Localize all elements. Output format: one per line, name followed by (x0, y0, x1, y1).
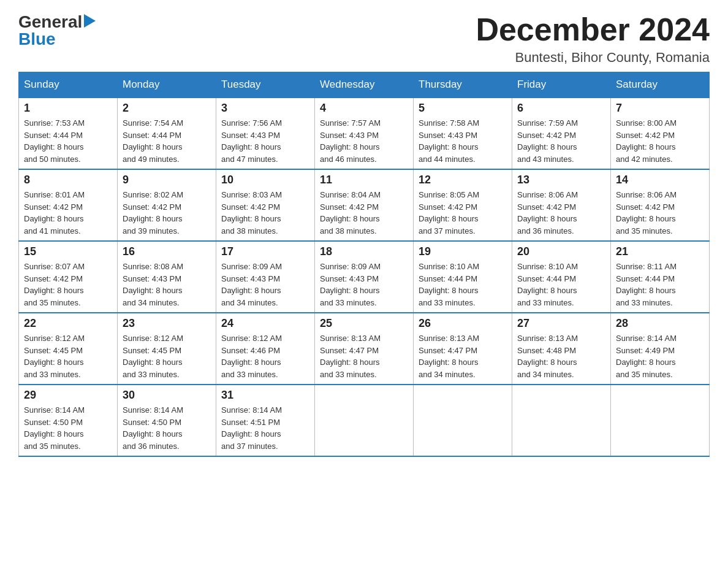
day-number: 31 (221, 389, 309, 402)
calendar-cell: 12Sunrise: 8:05 AMSunset: 4:42 PMDayligh… (414, 169, 512, 241)
calendar-week-row: 22Sunrise: 8:12 AMSunset: 4:45 PMDayligh… (19, 313, 710, 385)
calendar-cell: 16Sunrise: 8:08 AMSunset: 4:43 PMDayligh… (118, 241, 216, 313)
calendar-header-friday: Friday (512, 72, 611, 98)
calendar-cell: 3Sunrise: 7:56 AMSunset: 4:43 PMDaylight… (216, 98, 315, 169)
calendar-week-row: 8Sunrise: 8:01 AMSunset: 4:42 PMDaylight… (19, 169, 710, 241)
logo-blue-text: Blue (18, 29, 96, 49)
day-number: 9 (123, 174, 211, 186)
day-number: 10 (221, 174, 309, 186)
calendar-cell: 4Sunrise: 7:57 AMSunset: 4:43 PMDaylight… (315, 98, 414, 169)
calendar-cell: 9Sunrise: 8:02 AMSunset: 4:42 PMDaylight… (118, 169, 216, 241)
calendar-cell: 1Sunrise: 7:53 AMSunset: 4:44 PMDaylight… (19, 98, 118, 169)
day-info: Sunrise: 8:14 AMSunset: 4:51 PMDaylight:… (221, 404, 309, 452)
day-info: Sunrise: 8:03 AMSunset: 4:42 PMDaylight:… (221, 189, 309, 237)
calendar-cell: 11Sunrise: 8:04 AMSunset: 4:42 PMDayligh… (315, 169, 414, 241)
calendar-cell: 27Sunrise: 8:13 AMSunset: 4:48 PMDayligh… (512, 313, 611, 385)
day-number: 27 (517, 317, 605, 330)
calendar-cell (414, 385, 512, 456)
day-info: Sunrise: 8:09 AMSunset: 4:43 PMDaylight:… (320, 261, 408, 308)
calendar-cell: 8Sunrise: 8:01 AMSunset: 4:42 PMDaylight… (19, 169, 118, 241)
day-info: Sunrise: 8:07 AMSunset: 4:42 PMDaylight:… (24, 261, 112, 308)
day-info: Sunrise: 8:13 AMSunset: 4:48 PMDaylight:… (517, 332, 605, 380)
day-info: Sunrise: 8:10 AMSunset: 4:44 PMDaylight:… (517, 261, 605, 308)
day-number: 13 (517, 174, 605, 186)
day-number: 3 (221, 102, 309, 115)
day-number: 20 (517, 245, 605, 258)
calendar-header-wednesday: Wednesday (315, 72, 414, 98)
calendar-cell: 19Sunrise: 8:10 AMSunset: 4:44 PMDayligh… (414, 241, 512, 313)
day-number: 7 (616, 102, 704, 115)
day-info: Sunrise: 8:01 AMSunset: 4:42 PMDaylight:… (24, 189, 112, 237)
calendar-cell: 31Sunrise: 8:14 AMSunset: 4:51 PMDayligh… (216, 385, 315, 456)
day-number: 4 (320, 102, 408, 115)
day-number: 15 (24, 245, 112, 258)
logo-triangle-icon (84, 14, 96, 28)
day-info: Sunrise: 8:12 AMSunset: 4:45 PMDaylight:… (123, 332, 211, 380)
calendar-cell (611, 385, 710, 456)
day-info: Sunrise: 8:14 AMSunset: 4:49 PMDaylight:… (616, 332, 704, 380)
calendar-cell: 29Sunrise: 8:14 AMSunset: 4:50 PMDayligh… (19, 385, 118, 456)
day-number: 18 (320, 245, 408, 258)
calendar-header-sunday: Sunday (19, 72, 118, 98)
day-info: Sunrise: 8:14 AMSunset: 4:50 PMDaylight:… (123, 404, 211, 452)
calendar-cell: 13Sunrise: 8:06 AMSunset: 4:42 PMDayligh… (512, 169, 611, 241)
day-number: 19 (419, 245, 507, 258)
day-number: 17 (221, 245, 309, 258)
calendar-header-row: SundayMondayTuesdayWednesdayThursdayFrid… (19, 72, 710, 98)
calendar-cell: 14Sunrise: 8:06 AMSunset: 4:42 PMDayligh… (611, 169, 710, 241)
calendar-cell: 24Sunrise: 8:12 AMSunset: 4:46 PMDayligh… (216, 313, 315, 385)
day-info: Sunrise: 7:57 AMSunset: 4:43 PMDaylight:… (320, 117, 408, 165)
day-info: Sunrise: 8:12 AMSunset: 4:46 PMDaylight:… (221, 332, 309, 380)
day-number: 29 (24, 389, 112, 402)
day-number: 1 (24, 102, 112, 115)
calendar-cell: 22Sunrise: 8:12 AMSunset: 4:45 PMDayligh… (19, 313, 118, 385)
day-info: Sunrise: 8:12 AMSunset: 4:45 PMDaylight:… (24, 332, 112, 380)
calendar-week-row: 1Sunrise: 7:53 AMSunset: 4:44 PMDaylight… (19, 98, 710, 169)
calendar-cell: 5Sunrise: 7:58 AMSunset: 4:43 PMDaylight… (414, 98, 512, 169)
day-number: 24 (221, 317, 309, 330)
day-info: Sunrise: 7:58 AMSunset: 4:43 PMDaylight:… (419, 117, 507, 165)
day-number: 14 (616, 174, 704, 186)
day-info: Sunrise: 8:14 AMSunset: 4:50 PMDaylight:… (24, 404, 112, 452)
day-info: Sunrise: 8:13 AMSunset: 4:47 PMDaylight:… (320, 332, 408, 380)
day-number: 22 (24, 317, 112, 330)
title-section: December 2024 Buntesti, Bihor County, Ro… (476, 12, 710, 66)
day-info: Sunrise: 8:08 AMSunset: 4:43 PMDaylight:… (123, 261, 211, 308)
day-info: Sunrise: 8:06 AMSunset: 4:42 PMDaylight:… (616, 189, 704, 237)
day-info: Sunrise: 8:09 AMSunset: 4:43 PMDaylight:… (221, 261, 309, 308)
day-info: Sunrise: 8:13 AMSunset: 4:47 PMDaylight:… (419, 332, 507, 380)
day-info: Sunrise: 8:04 AMSunset: 4:42 PMDaylight:… (320, 189, 408, 237)
day-number: 23 (123, 317, 211, 330)
calendar-cell: 6Sunrise: 7:59 AMSunset: 4:42 PMDaylight… (512, 98, 611, 169)
calendar-cell: 7Sunrise: 8:00 AMSunset: 4:42 PMDaylight… (611, 98, 710, 169)
calendar-table: SundayMondayTuesdayWednesdayThursdayFrid… (18, 72, 710, 457)
day-number: 8 (24, 174, 112, 186)
day-info: Sunrise: 8:02 AMSunset: 4:42 PMDaylight:… (123, 189, 211, 237)
calendar-cell: 28Sunrise: 8:14 AMSunset: 4:49 PMDayligh… (611, 313, 710, 385)
day-number: 25 (320, 317, 408, 330)
day-info: Sunrise: 8:10 AMSunset: 4:44 PMDaylight:… (419, 261, 507, 308)
day-info: Sunrise: 7:59 AMSunset: 4:42 PMDaylight:… (517, 117, 605, 165)
day-number: 11 (320, 174, 408, 186)
calendar-cell: 21Sunrise: 8:11 AMSunset: 4:44 PMDayligh… (611, 241, 710, 313)
day-info: Sunrise: 8:11 AMSunset: 4:44 PMDaylight:… (616, 261, 704, 308)
location-title: Buntesti, Bihor County, Romania (476, 50, 710, 66)
day-info: Sunrise: 8:06 AMSunset: 4:42 PMDaylight:… (517, 189, 605, 237)
calendar-cell: 15Sunrise: 8:07 AMSunset: 4:42 PMDayligh… (19, 241, 118, 313)
calendar-cell (512, 385, 611, 456)
day-info: Sunrise: 7:53 AMSunset: 4:44 PMDaylight:… (24, 117, 112, 165)
calendar-cell: 20Sunrise: 8:10 AMSunset: 4:44 PMDayligh… (512, 241, 611, 313)
day-number: 16 (123, 245, 211, 258)
day-number: 12 (419, 174, 507, 186)
calendar-header-monday: Monday (118, 72, 216, 98)
day-number: 28 (616, 317, 704, 330)
day-number: 30 (123, 389, 211, 402)
day-number: 2 (123, 102, 211, 115)
day-number: 6 (517, 102, 605, 115)
calendar-cell: 18Sunrise: 8:09 AMSunset: 4:43 PMDayligh… (315, 241, 414, 313)
calendar-week-row: 15Sunrise: 8:07 AMSunset: 4:42 PMDayligh… (19, 241, 710, 313)
calendar-cell: 23Sunrise: 8:12 AMSunset: 4:45 PMDayligh… (118, 313, 216, 385)
calendar-header-tuesday: Tuesday (216, 72, 315, 98)
day-number: 26 (419, 317, 507, 330)
day-number: 5 (419, 102, 507, 115)
